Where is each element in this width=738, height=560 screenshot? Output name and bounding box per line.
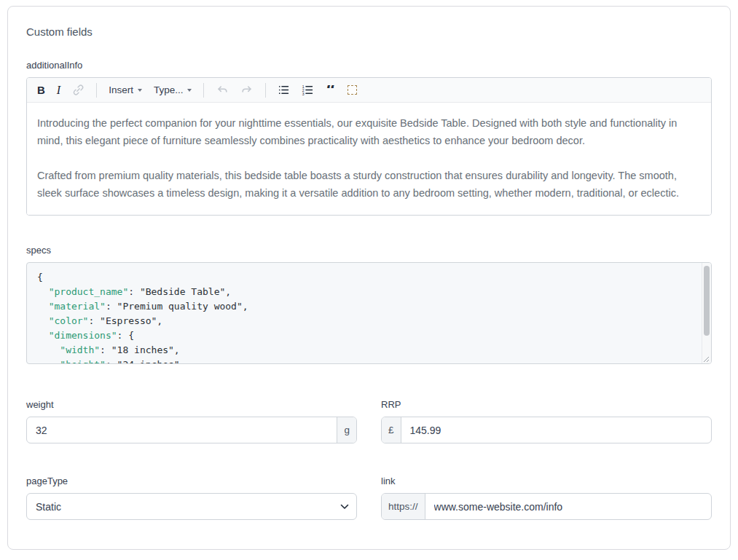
italic-button[interactable]: I xyxy=(57,84,60,96)
bullet-list-icon[interactable] xyxy=(278,84,290,96)
code-line: "material": "Premium quality wood", xyxy=(37,299,692,314)
pagetype-label: pageType xyxy=(26,476,357,486)
editor-content[interactable]: Introducing the perfect companion for yo… xyxy=(27,103,711,215)
code-line: { xyxy=(37,270,692,285)
editor-paragraph: Introducing the perfect companion for yo… xyxy=(37,114,701,149)
dashed-box-icon[interactable] xyxy=(348,85,357,95)
code-line: "height": "24 inches", xyxy=(37,358,692,364)
toolbar-divider xyxy=(265,83,266,98)
type-menu-label: Type... xyxy=(154,85,184,95)
pagetype-select-wrap: Static xyxy=(26,493,357,520)
toolbar-divider xyxy=(96,83,97,98)
rrp-input-group: £ xyxy=(381,417,712,443)
insert-menu-label: Insert xyxy=(109,85,133,95)
rich-text-editor: B I Insert Type... xyxy=(26,77,712,216)
code-line: "product_name": "Bedside Table", xyxy=(37,285,692,299)
specs-code-editor[interactable]: { "product_name": "Bedside Table", "mate… xyxy=(26,262,712,364)
code-line: "dimensions": { xyxy=(37,328,692,343)
section-title: Custom fields xyxy=(26,25,712,38)
code-line: "color": "Espresso", xyxy=(37,314,692,328)
type-menu-button[interactable]: Type... xyxy=(154,85,192,95)
editor-paragraph: Crafted from premium quality materials, … xyxy=(37,167,701,202)
specs-scrollbar[interactable] xyxy=(702,263,711,363)
redo-icon[interactable] xyxy=(240,84,254,97)
link-label: link xyxy=(381,476,712,486)
currency-addon: £ xyxy=(382,417,401,443)
blockquote-icon[interactable]: “ xyxy=(326,85,336,95)
link-icon[interactable] xyxy=(72,84,85,96)
weight-label: weight xyxy=(26,399,357,410)
weight-field: weight g xyxy=(26,399,357,443)
chevron-down-icon xyxy=(138,89,142,92)
code-line: "width": "18 inches", xyxy=(37,343,692,358)
undo-icon[interactable] xyxy=(216,84,229,97)
editor-toolbar: B I Insert Type... xyxy=(27,78,711,103)
bold-button[interactable]: B xyxy=(37,84,45,95)
resize-handle-icon[interactable] xyxy=(703,356,710,363)
pagetype-link-row: pageType Static link https:// xyxy=(26,476,712,520)
specs-scrollbar-thumb[interactable] xyxy=(704,266,710,336)
link-input-group: https:// xyxy=(381,493,712,520)
weight-rrp-row: weight g RRP £ xyxy=(26,399,712,443)
custom-fields-card: Custom fields additionalInfo B I Insert … xyxy=(7,6,731,550)
svg-text:3: 3 xyxy=(302,92,305,96)
rrp-input[interactable] xyxy=(401,417,711,443)
specs-field: { "product_name": "Bedside Table", "mate… xyxy=(26,262,712,364)
additionalinfo-label: additionalInfo xyxy=(26,60,712,71)
protocol-addon: https:// xyxy=(382,494,425,519)
chevron-down-icon xyxy=(187,89,192,92)
ordered-list-icon[interactable]: 1 2 3 xyxy=(302,84,314,96)
insert-menu-button[interactable]: Insert xyxy=(109,85,142,95)
weight-input-group: g xyxy=(26,417,357,443)
rrp-label: RRP xyxy=(381,399,712,410)
link-field: link https:// xyxy=(381,476,712,520)
weight-unit-addon: g xyxy=(337,417,356,443)
pagetype-select[interactable]: Static xyxy=(26,493,357,520)
toolbar-divider xyxy=(203,83,204,98)
link-input[interactable] xyxy=(425,494,711,519)
weight-input[interactable] xyxy=(27,417,337,443)
rrp-field: RRP £ xyxy=(381,399,712,443)
pagetype-field: pageType Static xyxy=(26,476,357,520)
specs-label: specs xyxy=(26,245,712,256)
